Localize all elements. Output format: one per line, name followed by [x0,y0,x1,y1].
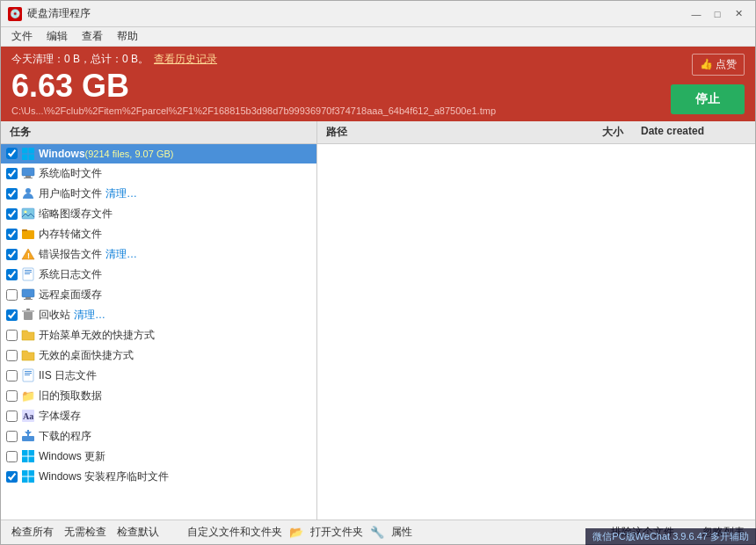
task-item[interactable]: Aa字体缓存 [1,406,316,426]
svg-rect-17 [25,273,30,274]
status-top-row: 今天清理：0 B，总计：0 B。 查看历史记录 [11,52,745,67]
task-checkbox[interactable] [6,370,18,382]
task-icon [21,287,35,302]
task-icon [21,267,35,281]
stop-button[interactable]: 停止 [671,84,745,114]
task-item[interactable]: IIS 日志文件 [1,366,316,386]
divider-2 [683,525,694,540]
no-check-button[interactable]: 无需检查 [61,524,110,541]
task-item[interactable]: 用户临时文件 清理… [1,184,316,204]
svg-text:Aa: Aa [23,411,33,421]
task-checkbox[interactable] [6,289,18,301]
status-bar: 今天清理：0 B，总计：0 B。 查看历史记录 6.63 GB C:\Us...… [1,47,755,121]
task-label: Windows 更新 [39,449,105,464]
svg-point-9 [25,211,27,214]
task-item[interactable]: 系统临时文件 [1,164,316,184]
task-icon [21,147,35,161]
svg-rect-1 [29,148,35,154]
svg-rect-0 [22,148,28,154]
task-label: 回收站 [39,308,70,323]
task-icon [21,166,35,180]
task-checkbox[interactable] [6,411,18,422]
clean-size: 6.63 GB [11,69,745,104]
check-all-button[interactable]: 检查所有 [8,524,57,541]
menu-help[interactable]: 帮助 [110,27,145,46]
task-item[interactable]: 缩略图缓存文件 [1,204,316,224]
custom-files-button[interactable]: 自定义文件和文件夹 [184,524,286,541]
task-checkbox[interactable] [6,249,18,260]
svg-rect-35 [22,457,28,463]
task-icon [21,368,35,382]
task-extra[interactable]: 清理… [105,186,137,201]
task-checkbox[interactable] [6,350,18,361]
svg-rect-38 [29,470,35,476]
task-checkbox[interactable] [6,148,18,159]
task-icon [21,429,35,443]
task-label: 开始菜单无效的快捷方式 [39,328,155,343]
task-label: 远程桌面缓存 [39,287,102,302]
task-item[interactable]: !错误报告文件 清理… [1,244,316,265]
col-size-header: 大小 [571,125,641,140]
task-item[interactable]: 无效的桌面快捷方式 [1,345,316,366]
svg-rect-16 [25,272,32,272]
check-default-button[interactable]: 检查默认 [113,524,163,541]
open-folder-button[interactable]: 打开文件夹 [307,524,367,541]
today-clean-label: 今天清理：0 B，总计：0 B。 [11,52,149,67]
minimize-button[interactable]: — [687,4,706,24]
task-item[interactable]: 开始菜单无效的快捷方式 [1,325,316,345]
task-checkbox[interactable] [6,229,18,240]
menu-edit[interactable]: 编辑 [40,27,75,46]
task-item[interactable]: 下载的程序 [1,426,316,447]
task-checkbox[interactable] [6,309,18,321]
task-extra[interactable]: 清理… [74,308,105,323]
close-button[interactable]: ✕ [729,4,748,24]
task-icon: Aa [21,409,35,423]
hide-list-button[interactable]: 忽略列表 [699,524,748,541]
task-item[interactable]: 系统日志文件 [1,265,316,285]
svg-rect-23 [26,309,30,310]
task-item[interactable]: 回收站 清理… [1,305,316,325]
task-checkbox[interactable] [6,471,18,483]
task-checkbox[interactable] [6,330,18,341]
col-path-header: 路径 [326,125,571,140]
task-list: Windows (9214 files, 9.07 GB)系统临时文件用户临时文… [1,144,316,520]
task-item[interactable]: 📁旧的预取数据 [1,386,316,406]
task-icon [21,449,35,463]
task-icon: 📁 [21,389,35,403]
task-item[interactable]: Windows 更新 [1,447,316,467]
task-icon [21,207,35,221]
task-item[interactable]: 远程桌面缓存 [1,285,316,305]
exclude-file-button[interactable]: 排除这个文件 [607,524,678,541]
task-checkbox[interactable] [6,431,18,442]
maximize-button[interactable]: □ [708,4,727,24]
main-content: 任务 Windows (9214 files, 9.07 GB)系统临时文件用户… [1,121,755,520]
title-bar: 💿 硬盘清理程序 — □ ✕ [1,1,755,27]
task-item[interactable]: Windows (9214 files, 9.07 GB) [1,144,316,164]
task-checkbox[interactable] [6,188,18,200]
task-item[interactable]: Windows 安装程序临时文件 [1,467,316,487]
svg-rect-21 [24,311,33,320]
history-link[interactable]: 查看历史记录 [154,52,217,67]
like-button[interactable]: 👍 点赞 [692,54,745,76]
svg-rect-39 [22,477,28,483]
task-checkbox[interactable] [6,390,18,402]
menu-file[interactable]: 文件 [4,27,40,46]
svg-rect-10 [22,230,34,239]
svg-text:!: ! [27,251,30,260]
task-label: Windows [39,148,85,160]
svg-rect-33 [22,450,28,456]
task-checkbox[interactable] [6,208,18,220]
task-extra[interactable]: 清理… [105,247,137,262]
svg-rect-3 [29,154,35,160]
menu-view[interactable]: 查看 [75,27,110,46]
task-icon [21,348,35,362]
svg-rect-18 [22,289,34,297]
svg-rect-2 [22,154,28,160]
svg-rect-36 [29,457,35,463]
task-checkbox[interactable] [6,451,18,462]
task-checkbox[interactable] [6,168,18,179]
svg-rect-8 [22,208,34,219]
properties-button[interactable]: 属性 [388,524,416,541]
task-item[interactable]: 内存转储文件 [1,224,316,244]
task-checkbox[interactable] [6,269,18,280]
